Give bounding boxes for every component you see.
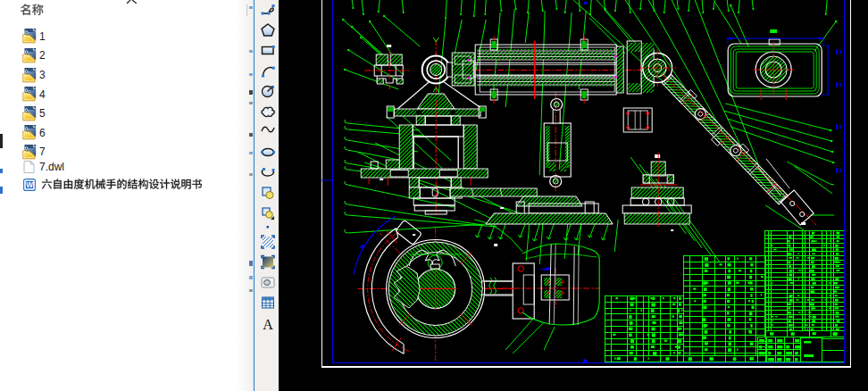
svg-text:A: A (263, 317, 273, 332)
